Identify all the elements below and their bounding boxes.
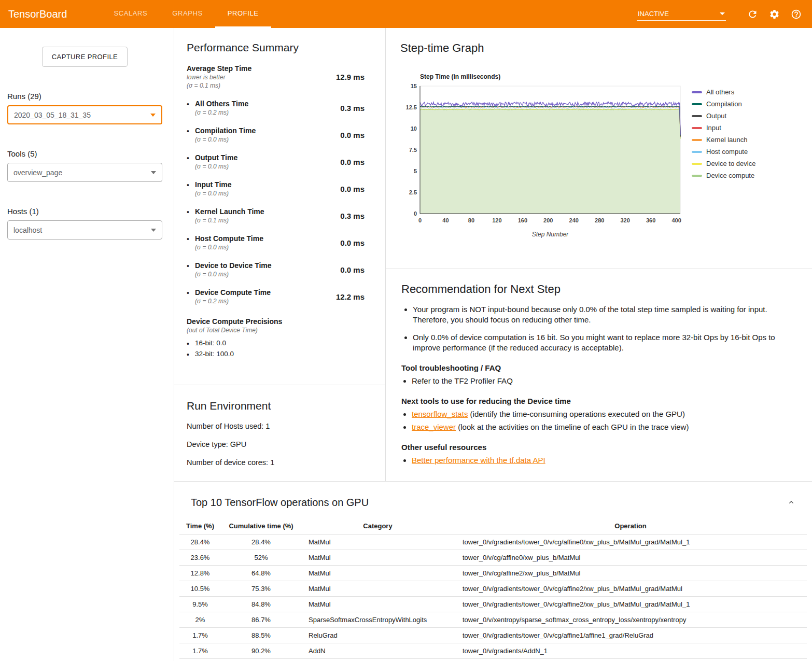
resources-heading: Other useful resources: [401, 443, 796, 452]
top-ops-section: Top 10 TensorFlow operations on GPU Time…: [174, 481, 812, 661]
bullet-dot: •: [187, 234, 195, 251]
settings-button[interactable]: [767, 7, 781, 21]
cell-cumulative: 86.7%: [221, 612, 301, 628]
run-environment-line: Number of device cores: 1: [187, 458, 373, 467]
tab-graphs[interactable]: GRAPHS: [160, 0, 215, 28]
svg-text:400: 400: [671, 217, 681, 223]
precisions-note: (out of Total Device Time): [187, 327, 365, 334]
svg-text:80: 80: [468, 217, 474, 223]
capture-profile-button[interactable]: CAPTURE PROFILE: [42, 47, 128, 67]
metric-value: 0.0 ms: [340, 185, 365, 193]
refresh-button[interactable]: [746, 7, 759, 21]
hosts-select-value: localhost: [13, 226, 42, 234]
cell-operation: tower_0/v/xentropy/sparse_softmax_cross_…: [454, 612, 807, 628]
metric-sigma: (σ = 0.0 ms): [195, 190, 232, 197]
cell-category: SparseSoftmaxCrossEntropyWithLogits: [301, 612, 454, 628]
run-environment-title: Run Environment: [187, 400, 373, 412]
bullet-dot: •: [187, 100, 195, 116]
recommendation-item: Only 0.0% of device computation is 16 bi…: [413, 332, 796, 354]
svg-text:12.5: 12.5: [406, 104, 417, 110]
tools-select[interactable]: overview_page: [7, 163, 162, 182]
help-icon: [791, 9, 802, 20]
precisions-label: Device Compute Precisions: [187, 317, 365, 326]
chevron-down-icon: [151, 229, 156, 232]
tab-scalars[interactable]: SCALARS: [101, 0, 160, 28]
metric-value: 0.3 ms: [340, 104, 365, 112]
metric-label: Device Compute Time: [195, 288, 271, 297]
collapse-section-button[interactable]: [785, 496, 797, 509]
tool-link[interactable]: trace_viewer: [412, 423, 456, 431]
cell-cumulative: 28.4%: [221, 535, 301, 550]
svg-text:0: 0: [418, 217, 422, 223]
perf-metric-row: • Compilation Time (σ = 0.0 ms) 0.0 ms: [187, 126, 365, 143]
col-cumulative: Cumulative time (%): [221, 518, 301, 535]
svg-text:0: 0: [414, 210, 417, 217]
cell-cumulative: 84.8%: [221, 597, 301, 612]
svg-text:15: 15: [411, 83, 417, 89]
metric-label: Average Step Time: [187, 64, 251, 73]
svg-text:320: 320: [620, 217, 629, 223]
recommendation-title: Recommendation for Next Step: [401, 283, 796, 296]
metric-label: Device to Device Time: [195, 261, 272, 270]
svg-text:10: 10: [411, 125, 417, 132]
legend-item: All others: [692, 88, 755, 96]
reload-status-select[interactable]: INACTIVE: [637, 7, 726, 21]
runs-select[interactable]: 2020_03_05_18_31_35: [7, 105, 162, 124]
runs-select-value: 2020_03_05_18_31_35: [14, 111, 91, 119]
svg-text:160: 160: [518, 217, 527, 223]
legend-swatch: [692, 115, 702, 117]
cell-category: AddN: [301, 643, 454, 659]
runs-label: Runs (29): [7, 92, 162, 101]
legend-item: Device compute: [692, 172, 755, 179]
precision-item: •16-bit: 0.0: [187, 338, 365, 349]
legend-item: Device to device: [692, 160, 755, 167]
cell-operation: append_apply_gradient_ops/GradientDescen…: [454, 659, 807, 661]
tools-label: Tools (5): [7, 149, 162, 158]
resource-link[interactable]: Better performance with the tf.data API: [412, 456, 545, 465]
legend-label: All others: [706, 88, 734, 96]
cell-time: 10.5%: [179, 581, 221, 597]
tool-link-desc: (look at the activities on the timeline …: [456, 423, 689, 431]
faq-item: Refer to the TF2 Profiler FAQ: [412, 376, 796, 386]
top-ops-body: 28.4% 28.4% MatMul tower_0/v/gradients/t…: [179, 535, 807, 661]
precision-value: 32-bit: 100.0: [195, 349, 234, 360]
cell-operation: tower_0/v/cg/affine0/xw_plus_b/MatMul: [454, 550, 807, 566]
perf-metric-row: • Kernel Launch Time (σ = 0.1 ms) 0.3 ms: [187, 207, 365, 224]
table-header-row: Time (%) Cumulative time (%) Category Op…: [179, 518, 807, 535]
legend-item: Output: [692, 112, 755, 120]
hosts-select[interactable]: localhost: [7, 220, 162, 240]
legend-swatch: [692, 139, 702, 141]
graph-column: Step-time Graph Step Time (in millisecon…: [386, 28, 812, 481]
precision-value: 16-bit: 0.0: [195, 338, 226, 349]
svg-text:360: 360: [646, 217, 655, 223]
metric-sigma: (σ = 0.0 ms): [195, 244, 263, 251]
cell-category: MatMul: [301, 550, 454, 566]
recommendation-list: Your program is NOT input-bound because …: [402, 304, 796, 353]
svg-text:120: 120: [492, 217, 501, 223]
legend-label: Output: [706, 112, 726, 120]
bullet-dot: •: [187, 338, 195, 349]
svg-text:2.5: 2.5: [409, 189, 417, 195]
cell-category: ReluGrad: [301, 628, 454, 643]
metric-value: 0.0 ms: [340, 131, 365, 139]
tab-profile[interactable]: PROFILE: [215, 0, 271, 28]
svg-text:40: 40: [442, 217, 449, 223]
tool-link[interactable]: tensorflow_stats: [412, 410, 468, 418]
average-step-time-row: Average Step Time lower is better (σ = 0…: [187, 64, 365, 89]
cell-category: MatMul: [301, 535, 454, 550]
step-time-graph-title: Step-time Graph: [400, 41, 797, 55]
cell-cumulative: 90.2%: [221, 643, 301, 659]
overview-top-row: Performance Summary Average Step Time lo…: [174, 28, 812, 481]
svg-text:280: 280: [595, 217, 604, 223]
metric-value: 0.0 ms: [340, 238, 365, 247]
metric-sigma: (σ = 0.1 ms): [195, 217, 264, 224]
cell-time: 1.7%: [179, 643, 221, 659]
cell-operation: tower_0/v/gradients/tower_0/v/cg/affine0…: [454, 535, 807, 550]
metric-label: Output Time: [195, 153, 237, 162]
cell-time: 9.5%: [179, 597, 221, 612]
metric-label: Compilation Time: [195, 126, 256, 135]
precision-item: •32-bit: 100.0: [187, 349, 365, 360]
help-button[interactable]: [789, 7, 803, 21]
table-row: 28.4% 28.4% MatMul tower_0/v/gradients/t…: [179, 535, 807, 550]
cell-time: 23.6%: [179, 550, 221, 566]
